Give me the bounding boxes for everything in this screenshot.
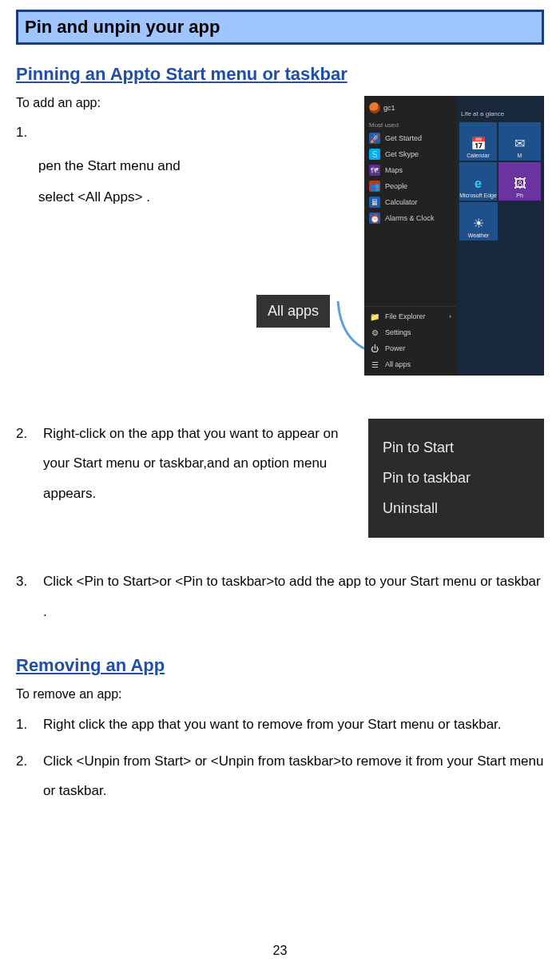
start-menu-left-pane: gc1 Most used 🚀Get Started SGet Skype 🗺M…: [364, 96, 456, 376]
most-used-label: Most used: [364, 117, 456, 130]
step3-number: 3.: [16, 566, 32, 626]
avatar-icon: [369, 102, 380, 113]
label: Alarms & Clock: [385, 214, 435, 222]
label: Settings: [385, 328, 411, 336]
label: Microsoft Edge: [459, 193, 497, 198]
life-glance-label: Life at a glance: [459, 110, 541, 117]
start-item-all-apps: ☰All apps: [364, 356, 456, 372]
all-apps-callout: All apps: [256, 295, 330, 328]
remove-step2-number: 2.: [16, 746, 32, 806]
intro-add: To add an app:: [16, 96, 364, 110]
tile-mail: ✉M: [498, 122, 541, 161]
start-user: gc1: [364, 99, 456, 117]
start-item-calculator: 🖩Calculator: [364, 194, 456, 210]
tile-edge: eMicrosoft Edge: [459, 162, 497, 201]
ctx-uninstall: Uninstall: [383, 494, 530, 524]
intro-remove: To remove an app:: [16, 687, 544, 702]
step2-number: 2.: [16, 419, 32, 508]
start-menu-right-pane: Life at a glance 📅Calendar ✉M eMicrosoft…: [456, 96, 544, 376]
start-item-alarms: ⏰Alarms & Clock: [364, 210, 456, 226]
label: File Explorer: [385, 312, 426, 320]
start-item-maps: 🗺Maps: [364, 162, 456, 178]
page-number: 23: [0, 944, 560, 958]
section-heading-removing: Removing an App: [16, 655, 544, 676]
label: Calculator: [385, 198, 418, 206]
section-heading-pinning: Pinning an Appto Start menu or taskbar: [16, 64, 544, 85]
context-menu-screenshot: Pin to Start Pin to taskbar Uninstall: [368, 419, 544, 538]
step1-line1: pen the Start menu and: [38, 150, 364, 181]
label: Weather: [468, 233, 489, 238]
start-item-power: ⏻Power: [364, 340, 456, 356]
start-item-people: 👥People: [364, 178, 456, 194]
label: Get Started: [385, 134, 422, 142]
label: Maps: [385, 166, 403, 174]
start-item-get-started: 🚀Get Started: [364, 130, 456, 146]
step1-number: 1.: [16, 125, 364, 141]
ctx-pin-start: Pin to Start: [383, 433, 530, 463]
step1-line2: select <All Apps> .: [38, 181, 364, 213]
title-text: Pin and unpin your app: [25, 17, 220, 37]
tile-photos: 🖼Ph: [498, 162, 541, 201]
step2-text: Right-click on the app that you want to …: [43, 419, 357, 508]
start-menu-screenshot: gc1 Most used 🚀Get Started SGet Skype 🗺M…: [364, 96, 544, 376]
remove-step2-text: Click <Unpin from Start> or <Unpin from …: [43, 746, 544, 806]
label: Ph: [516, 193, 523, 198]
ctx-pin-taskbar: Pin to taskbar: [383, 463, 530, 494]
remove-step1-text: Right click the app that you want to rem…: [43, 710, 502, 739]
remove-step1-number: 1.: [16, 710, 32, 739]
start-item-file-explorer: 📁File Explorer›: [364, 308, 456, 324]
label: All apps: [385, 360, 411, 368]
label: Power: [385, 344, 406, 352]
start-item-settings: ⚙Settings: [364, 324, 456, 340]
label: M: [518, 153, 522, 158]
title-bar: Pin and unpin your app: [16, 10, 544, 45]
label: Calendar: [467, 153, 489, 158]
tile-calendar: 📅Calendar: [459, 122, 497, 161]
label: People: [385, 182, 407, 190]
start-item-get-skype: SGet Skype: [364, 146, 456, 162]
user-name: gc1: [383, 104, 395, 112]
tile-weather: ☀Weather: [459, 202, 498, 241]
label: Get Skype: [385, 150, 419, 158]
step3-text: Click <Pin to Start>or <Pin to taskbar>t…: [43, 566, 544, 626]
